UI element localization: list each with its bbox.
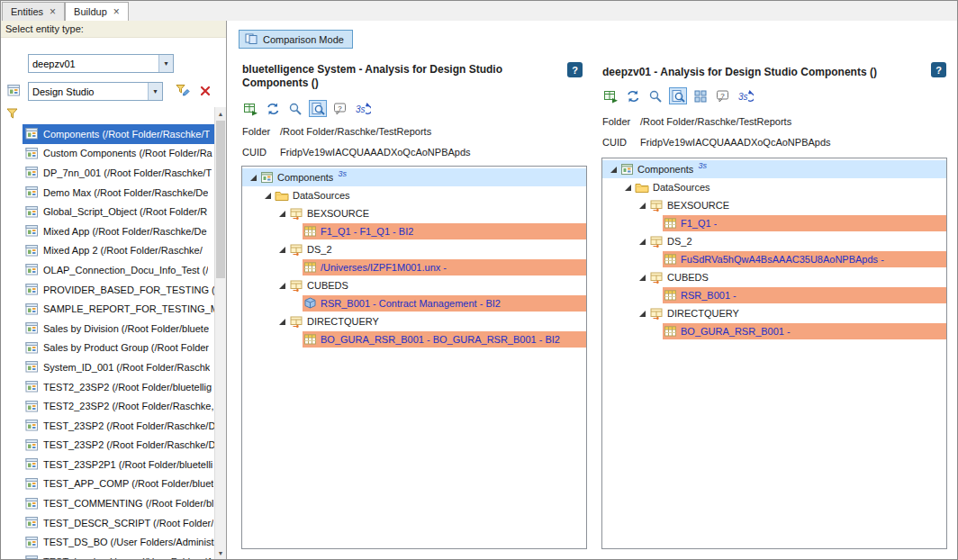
refresh-3s-icon[interactable]: 3s xyxy=(737,87,755,104)
clear-filter-icon[interactable] xyxy=(200,86,211,96)
export-table-icon[interactable] xyxy=(601,87,619,104)
filter-funnel-icon[interactable] xyxy=(6,108,18,119)
zoom-document-icon[interactable] xyxy=(669,87,687,104)
tree-item[interactable]: DS_2 xyxy=(602,232,946,250)
zoom-icon[interactable] xyxy=(646,87,664,104)
system-combo[interactable]: deepzv01 ▾ xyxy=(28,54,174,73)
refresh-3s-icon[interactable]: 3s xyxy=(354,100,372,117)
entity-list-item[interactable]: Sales by Division (/Root Folder/bluete xyxy=(1,319,214,339)
entity-list-item[interactable]: DP_7nn_001 (/Root Folder/Raschke/T xyxy=(1,163,214,183)
comparison-mode-button[interactable]: Comparison Mode xyxy=(239,30,353,49)
expander-icon[interactable] xyxy=(248,174,259,182)
tree-item[interactable]: BO_GURA_RSR_B001 - BO_GURA_RSR_B001 - BI… xyxy=(242,330,586,348)
tree-item[interactable]: RSR_B001 - xyxy=(602,286,946,304)
help-button[interactable]: ? xyxy=(931,62,946,77)
entity-list-item[interactable]: TEST_DS_BO (/User Folders/Administ xyxy=(1,532,214,552)
scrollbar-thumb[interactable] xyxy=(216,121,225,278)
entity-list-item[interactable]: Custom Components (/Root Folder/Ra xyxy=(1,144,214,164)
design-studio-icon xyxy=(25,477,39,491)
tree-item[interactable]: DS_2 xyxy=(242,240,586,258)
comparison-area: Comparison Mode bluetelligence System - … xyxy=(228,21,957,559)
entity-list-item[interactable]: TEST_DESCR_SCRIPT (/Root Folder/ xyxy=(1,513,214,533)
sidebar-scrollbar[interactable]: ▲ ▼ xyxy=(214,107,226,559)
tree-item[interactable]: BEXSOURCE xyxy=(602,196,946,214)
entity-list-item[interactable]: OLAP_Connection_Docu_Info_Test (/ xyxy=(1,260,214,280)
help-bubble-icon[interactable]: ? xyxy=(714,87,732,104)
entity-list-item[interactable]: TEST_APP_COMP (/Root Folder/bluet xyxy=(1,474,214,494)
entity-list-item[interactable]: Global_Script_Object (/Root Folder/R xyxy=(1,202,214,221)
entity-list-item[interactable]: Demo Max (/Root Folder/Raschke/De xyxy=(1,183,214,203)
expander-icon[interactable] xyxy=(637,238,648,246)
tree-item[interactable]: Components3s xyxy=(602,160,946,178)
scroll-up-icon[interactable]: ▲ xyxy=(215,107,226,120)
tree-item[interactable]: DataSources xyxy=(602,178,946,196)
entity-list-item[interactable]: Mixed App 2 (/Root Folder/Raschke/ xyxy=(1,241,214,261)
expander-icon[interactable] xyxy=(637,202,648,210)
entity-list-item[interactable]: TEST2_23SP2 (/Root Folder/bluetellig xyxy=(1,377,214,397)
table-icon xyxy=(664,325,677,338)
expander-icon[interactable] xyxy=(276,282,288,290)
expander-icon[interactable] xyxy=(262,192,274,200)
entity-list-item[interactable]: System_ID_001 (/Root Folder/Raschk xyxy=(1,357,214,377)
tree-item[interactable]: BO_GURA_RSR_B001 - xyxy=(602,322,946,340)
row-gutter xyxy=(1,377,23,397)
row-gutter xyxy=(1,299,23,319)
help-bubble-icon[interactable]: ? xyxy=(331,100,349,117)
tree-item[interactable]: FuSdRVa5hQwA4BsAAAC35U8AoNPBApds - xyxy=(602,250,946,268)
expander-icon[interactable] xyxy=(637,310,648,318)
expander-icon[interactable] xyxy=(276,210,288,218)
close-icon[interactable]: × xyxy=(113,6,120,17)
entity-list-item[interactable]: TEST_Lumira_Usage (/User Folders/A xyxy=(1,552,214,559)
entity-list-item[interactable]: PROVIDER_BASED_FOR_TESTING (/F xyxy=(1,280,214,300)
grid-icon[interactable] xyxy=(691,87,709,104)
entity-list-item[interactable]: TEST_23SP2 (/Root Folder/Raschke/D xyxy=(1,416,214,436)
expander-icon[interactable] xyxy=(622,184,634,192)
cuid-value: FridpVe19wIACQUAAADXoQcAoNPBApds xyxy=(640,137,831,148)
entity-list-item[interactable]: SAMPLE_REPORT_FOR_TESTING_M ( xyxy=(1,299,214,319)
tree-item[interactable]: /Universes/IZPF1M001.unx - xyxy=(242,258,586,276)
tree-item[interactable]: BEXSOURCE xyxy=(242,204,586,222)
transfer-arrows-icon[interactable] xyxy=(264,100,282,117)
entity-list-item[interactable]: Mixed App (/Root Folder/Raschke/De xyxy=(1,221,214,241)
export-table-icon[interactable] xyxy=(241,100,259,117)
tree-item[interactable]: CUBEDS xyxy=(242,276,586,294)
entity-list-item[interactable]: TEST_23SP2P1 (/Root Folder/bluetelli xyxy=(1,455,214,474)
expander-icon[interactable] xyxy=(608,166,619,174)
expander-icon[interactable] xyxy=(637,274,648,282)
tree-item[interactable]: DataSources xyxy=(242,186,586,204)
entity-label: TEST_Lumira_Usage (/User Folders/A xyxy=(43,556,213,559)
help-button[interactable]: ? xyxy=(567,62,583,77)
tree-item[interactable]: CUBEDS xyxy=(602,268,946,286)
entity-list-item[interactable]: Components (/Root Folder/Raschke/T xyxy=(1,124,214,144)
tab-buildup[interactable]: Buildup × xyxy=(65,2,129,21)
entity-list-item[interactable]: TEST2_23SP2 (/Root Folder/Raschke, xyxy=(1,396,214,416)
svg-text:3s: 3s xyxy=(356,104,366,114)
expander-icon[interactable] xyxy=(276,318,288,326)
design-studio-icon xyxy=(25,263,39,276)
zoom-icon[interactable] xyxy=(286,100,304,117)
design-studio-icon xyxy=(25,166,39,179)
chevron-down-icon[interactable]: ▾ xyxy=(148,83,162,100)
tree-item[interactable]: DIRECTQUERY xyxy=(242,312,586,330)
filter-edit-icon[interactable] xyxy=(176,84,190,97)
tree-item[interactable]: F1_Q1 - F1_Q1 - BI2 xyxy=(242,222,586,240)
tab-entities[interactable]: Entities × xyxy=(2,2,65,21)
close-icon[interactable]: × xyxy=(50,6,56,17)
scroll-down-icon[interactable]: ▼ xyxy=(215,546,226,559)
chevron-down-icon[interactable]: ▾ xyxy=(158,55,173,72)
entity-list-item[interactable]: Sales by Product Group (/Root Folder xyxy=(1,339,214,358)
tree-item[interactable]: RSR_B001 - Contract Management - BI2 xyxy=(242,294,586,312)
tree-item[interactable]: DIRECTQUERY xyxy=(602,304,946,322)
row-gutter xyxy=(1,532,23,552)
expander-icon[interactable] xyxy=(276,246,288,254)
version-badge: 3s xyxy=(698,161,707,170)
tree-item[interactable]: F1_Q1 - xyxy=(602,214,946,232)
entity-type-combo[interactable]: Design Studio ▾ xyxy=(28,82,163,101)
row-gutter xyxy=(1,493,23,513)
entity-list-item[interactable]: TEST_23SP2 (/Root Folder/Raschke/D xyxy=(1,436,214,456)
row-gutter xyxy=(1,396,23,416)
transfer-arrows-icon[interactable] xyxy=(624,87,642,104)
tree-item[interactable]: Components3s xyxy=(242,168,586,186)
entity-list-item[interactable]: TEST_COMMENTING (/Root Folder/bl xyxy=(1,493,214,513)
zoom-document-icon[interactable] xyxy=(309,100,327,117)
